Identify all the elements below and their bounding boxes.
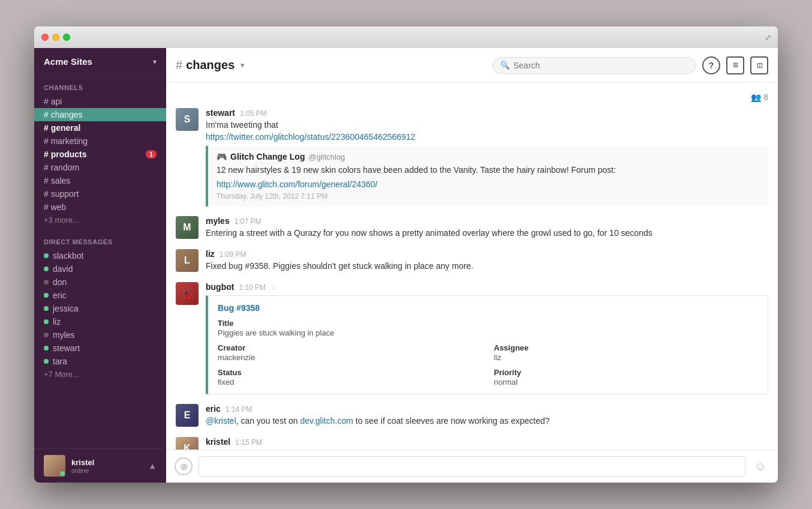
bug-title-label: Title xyxy=(218,319,482,328)
message-time: 1:05 PM xyxy=(240,109,267,118)
workspace-dropdown-icon[interactable]: ▾ xyxy=(153,58,157,66)
sidebar-item-sales[interactable]: # sales xyxy=(34,174,166,187)
sidebar-header[interactable]: Acme Sites ▾ xyxy=(34,48,166,76)
embed-handle: @glitchlog xyxy=(308,152,345,161)
avatar: M xyxy=(176,216,199,239)
message-content: kristel 1:15 PM indeed they are! thanks … xyxy=(206,437,768,450)
message-meta: bugbot 1:10 PM ☆ xyxy=(206,282,768,292)
avatar: E xyxy=(176,404,199,427)
embed-icon: 🎮 xyxy=(216,152,227,161)
message-meta: liz 1:09 PM xyxy=(206,249,768,259)
message-input-area: ⊕ ☺ xyxy=(166,450,778,483)
member-count: 👥 8 xyxy=(176,89,768,108)
dm-david[interactable]: david xyxy=(34,262,166,276)
bug-card: Bug #9358 Title Piggies are stuck walkin… xyxy=(206,295,768,394)
dm-liz[interactable]: liz xyxy=(34,315,166,328)
bug-status-value: fixed xyxy=(218,378,482,387)
message-author: liz xyxy=(206,249,215,259)
maximize-button[interactable] xyxy=(63,34,70,41)
embed-card: 🎮 Glitch Change Log @glitchlog 12 new ha… xyxy=(206,146,768,206)
main-header: # changes ▾ 🔍 ? ☰ ◫ xyxy=(166,48,778,83)
message-time: 1:14 PM xyxy=(225,405,252,414)
workspace-name: Acme Sites xyxy=(44,56,92,67)
online-dot xyxy=(44,359,49,364)
sidebar-item-support[interactable]: # support xyxy=(34,187,166,200)
dm-eric[interactable]: eric xyxy=(34,289,166,302)
avatar: S xyxy=(176,108,199,131)
online-dot xyxy=(44,293,49,298)
bug-priority-label: Priority xyxy=(494,368,759,377)
channels-section: CHANNELS # api # changes # general # mar… xyxy=(34,76,166,230)
dm-slackbot[interactable]: slackbot xyxy=(34,249,166,262)
dm-tara[interactable]: tara xyxy=(34,355,166,368)
minimize-button[interactable] xyxy=(52,34,59,41)
online-dot xyxy=(44,267,49,271)
message-content: bugbot 1:10 PM ☆ Bug #9358 Title Piggies… xyxy=(206,282,768,394)
dev-link[interactable]: dev.glitch.com xyxy=(300,416,353,426)
dm-more-link[interactable]: +7 More... xyxy=(34,368,166,381)
bug-link[interactable]: Bug #9358 xyxy=(218,303,758,313)
message-row: E eric 1:14 PM @kristel, can you test on… xyxy=(176,404,768,427)
bug-status-label: Status xyxy=(218,368,482,377)
sidebar-item-products[interactable]: # products 1 xyxy=(34,148,166,161)
sidebar-item-api[interactable]: # api xyxy=(34,95,166,108)
channel-dropdown-icon[interactable]: ▾ xyxy=(240,61,245,70)
star-icon[interactable]: ☆ xyxy=(270,283,278,292)
message-link[interactable]: https://twitter.com/glitchlog/status/223… xyxy=(206,132,415,142)
sidebar-item-web[interactable]: # web xyxy=(34,200,166,214)
user-info: kristel online xyxy=(71,458,94,474)
dm-myles[interactable]: myles xyxy=(34,328,166,342)
current-user[interactable]: kristel online xyxy=(44,455,94,477)
mention: @kristel xyxy=(206,416,236,426)
avatar: 🐞 xyxy=(176,282,199,305)
search-input[interactable] xyxy=(513,61,688,70)
sidebar-item-changes[interactable]: # changes xyxy=(34,108,166,121)
panel-button[interactable]: ◫ xyxy=(750,56,768,74)
message-row: 🐞 bugbot 1:10 PM ☆ Bug #9358 Tit xyxy=(176,282,768,394)
traffic-lights xyxy=(41,34,70,41)
messages-area: 👥 8 S stewart 1:05 PM Im'ma tweeting tha… xyxy=(166,83,778,450)
sidebar-item-general[interactable]: # general xyxy=(34,121,166,134)
embed-date: Thursday, July 12th, 2012 7:11 PM xyxy=(216,192,760,200)
message-row: L liz 1:09 PM Fixed bug #9358. Piggies s… xyxy=(176,249,768,273)
message-input[interactable] xyxy=(199,456,745,477)
bug-creator-section: Creator mackenzie xyxy=(218,343,482,362)
footer-chevron-icon[interactable]: ▲ xyxy=(148,461,157,471)
members-icon: 👥 xyxy=(751,92,761,102)
sidebar: Acme Sites ▾ CHANNELS # api # changes # … xyxy=(34,48,166,483)
bug-title-section: Title Piggies are stuck walking in place xyxy=(218,319,482,337)
main-content: # changes ▾ 🔍 ? ☰ ◫ 👥 8 xyxy=(166,48,778,483)
bug-priority-value: normal xyxy=(494,378,759,387)
hash-symbol: # xyxy=(176,58,182,72)
bug-creator-label: Creator xyxy=(218,343,482,352)
search-box[interactable]: 🔍 xyxy=(492,57,696,74)
dm-don[interactable]: don xyxy=(34,276,166,289)
avatar: L xyxy=(176,249,199,272)
embed-title-row: 🎮 Glitch Change Log @glitchlog xyxy=(216,152,760,161)
help-button[interactable]: ? xyxy=(702,56,720,74)
sidebar-item-marketing[interactable]: # marketing xyxy=(34,134,166,148)
message-content: myles 1:07 PM Entering a street with a Q… xyxy=(206,216,768,239)
list-view-button[interactable]: ☰ xyxy=(726,56,744,74)
message-row: S stewart 1:05 PM Im'ma tweeting that ht… xyxy=(176,108,768,206)
dm-stewart[interactable]: stewart xyxy=(34,342,166,355)
bug-status-section: Status fixed xyxy=(218,368,482,387)
channels-label: CHANNELS xyxy=(34,84,166,95)
dm-section: DIRECT MESSAGES slackbot david don eric xyxy=(34,230,166,384)
attach-button[interactable]: ⊕ xyxy=(175,457,193,475)
bug-title-value: Piggies are stuck walking in place xyxy=(218,328,482,337)
message-author: myles xyxy=(206,216,230,226)
embed-link[interactable]: http://www.glitch.com/forum/general/2436… xyxy=(216,179,377,189)
sidebar-item-random[interactable]: # random xyxy=(34,161,166,174)
message-content: eric 1:14 PM @kristel, can you test on d… xyxy=(206,404,768,427)
online-dot xyxy=(44,253,49,258)
expand-icon[interactable]: ⤢ xyxy=(765,32,772,42)
app-body: Acme Sites ▾ CHANNELS # api # changes # … xyxy=(34,48,778,483)
emoji-button[interactable]: ☺ xyxy=(751,457,769,475)
channels-more-link[interactable]: +3 more... xyxy=(34,214,166,226)
message-content: liz 1:09 PM Fixed bug #9358. Piggies sho… xyxy=(206,249,768,273)
message-meta: myles 1:07 PM xyxy=(206,216,768,226)
message-content: stewart 1:05 PM Im'ma tweeting that http… xyxy=(206,108,768,206)
dm-jessica[interactable]: jessica xyxy=(34,302,166,315)
close-button[interactable] xyxy=(41,34,49,41)
